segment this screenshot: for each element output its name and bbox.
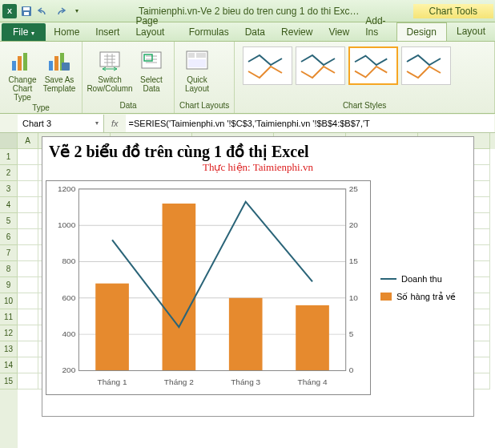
svg-rect-38 [296,305,329,371]
switch-icon [97,48,123,74]
chart-tools-label: Chart Tools [413,4,493,18]
tab-insert[interactable]: Insert [87,23,127,41]
worksheet-grid: 123456789101112131415 ABCDEFG Vẽ 2 biểu … [0,133,495,448]
svg-rect-14 [188,53,195,58]
col-header[interactable]: A [18,133,38,149]
legend[interactable]: Doanh thu Số hàng trả về [374,177,470,398]
select-all[interactable] [0,133,18,149]
row-header[interactable]: 7 [0,245,18,261]
fx-button[interactable]: fx [105,119,125,128]
style-thumb-4[interactable] [401,46,451,85]
tab-page-layout[interactable]: Page Layout [127,12,180,41]
row-headers: 123456789101112131415 [0,133,18,448]
select-data-icon [139,48,164,74]
template-icon [46,48,72,74]
undo-icon[interactable] [35,3,51,19]
tab-addins[interactable]: Add-Ins [357,12,396,41]
chart-subtitle[interactable]: Thực hiện: Taimienphi.vn [42,161,473,177]
formula-input[interactable] [126,115,494,132]
formula-bar: ▾ fx [0,114,495,133]
style-thumb-1[interactable] [243,46,292,85]
row-header[interactable]: 11 [0,309,18,325]
svg-rect-16 [188,59,206,67]
svg-text:Tháng 2: Tháng 2 [164,377,194,386]
group-layouts: Quick Layout Chart Layouts [175,42,235,113]
svg-text:1200: 1200 [58,184,76,193]
group-styles: Chart Styles [235,42,495,113]
row-header[interactable]: 10 [0,293,18,309]
svg-rect-1 [23,7,30,10]
svg-text:800: 800 [62,257,76,266]
legend-item-bar[interactable]: Số hàng trả về [380,292,470,302]
svg-rect-36 [163,204,196,370]
svg-rect-5 [23,53,27,71]
tab-home[interactable]: Home [46,23,87,41]
row-header[interactable]: 2 [0,165,18,181]
svg-text:Tháng 3: Tháng 3 [231,377,260,386]
svg-rect-6 [49,61,53,71]
chevron-down-icon: ▾ [31,30,34,37]
save-as-template-button[interactable]: Save As Template [42,46,77,95]
excel-icon[interactable]: X [2,3,18,19]
tab-review[interactable]: Review [273,23,320,41]
legend-item-line[interactable]: Doanh thu [380,274,470,284]
svg-text:600: 600 [62,293,76,302]
svg-text:1000: 1000 [58,220,76,229]
row-header[interactable]: 3 [0,181,18,197]
tab-design[interactable]: Design [396,22,447,41]
chart-styles-gallery[interactable] [239,43,489,101]
row-header[interactable]: 6 [0,229,18,245]
switch-row-column-button[interactable]: Switch Row/Column [87,46,132,95]
row-header[interactable]: 14 [0,357,18,373]
svg-text:Tháng 1: Tháng 1 [98,377,127,386]
line-swatch-icon [380,278,396,280]
row-header[interactable]: 8 [0,261,18,277]
row-header[interactable]: 9 [0,277,18,293]
quick-layout-icon [184,48,210,74]
chart-type-icon [10,48,35,74]
file-tab[interactable]: File▾ [2,23,46,41]
row-header[interactable]: 5 [0,213,18,229]
style-thumb-3[interactable] [348,46,398,85]
row-header[interactable]: 4 [0,197,18,213]
group-data: Switch Row/Column Select Data Data [82,42,175,113]
tab-formulas[interactable]: Formulas [181,23,237,41]
group-type: Change Chart Type Save As Template Type [0,42,82,113]
tab-layout[interactable]: Layout [447,22,495,41]
row-header[interactable]: 13 [0,341,18,357]
ribbon-tabs: File▾ Home Insert Page Layout Formulas D… [0,22,495,42]
row-header[interactable]: 15 [0,373,18,389]
chevron-down-icon[interactable]: ▾ [95,119,99,127]
svg-rect-3 [12,61,16,71]
row-header[interactable]: 1 [0,149,18,165]
bar-swatch-icon [380,293,392,301]
row-header[interactable]: 12 [0,325,18,341]
svg-rect-37 [229,298,263,371]
svg-text:0: 0 [349,366,354,375]
change-chart-type-button[interactable]: Change Chart Type [5,46,40,103]
save-icon[interactable] [18,3,34,19]
svg-text:400: 400 [62,329,76,338]
chart-title[interactable]: Vẽ 2 biểu đồ trên cùng 1 đồ thị Excel [42,137,473,161]
name-box[interactable]: ▾ [18,115,104,132]
svg-rect-2 [24,12,29,15]
qat-dropdown-icon[interactable]: ▾ [69,3,85,19]
tab-view[interactable]: View [320,23,357,41]
redo-icon[interactable] [52,3,68,19]
svg-text:15: 15 [349,257,359,266]
svg-rect-35 [95,284,129,371]
svg-text:Tháng 4: Tháng 4 [298,377,328,386]
name-box-input[interactable] [22,119,78,128]
svg-rect-4 [18,56,22,71]
chart-object[interactable]: Vẽ 2 biểu đồ trên cùng 1 đồ thị Excel Th… [42,136,474,417]
quick-layout-button[interactable]: Quick Layout [179,46,215,95]
svg-text:10: 10 [349,293,359,302]
title-bar: X ▾ Taimienphi.vn-Ve 2 bieu do tren cung… [0,0,495,22]
svg-rect-9 [62,63,70,71]
plot-area[interactable]: 200400600800100012000510152025Tháng 1Thá… [46,180,371,395]
svg-text:25: 25 [349,184,359,193]
tab-data[interactable]: Data [237,23,273,41]
style-thumb-2[interactable] [296,46,345,85]
select-data-button[interactable]: Select Data [134,46,169,95]
quick-access-toolbar: X ▾ [2,3,85,19]
